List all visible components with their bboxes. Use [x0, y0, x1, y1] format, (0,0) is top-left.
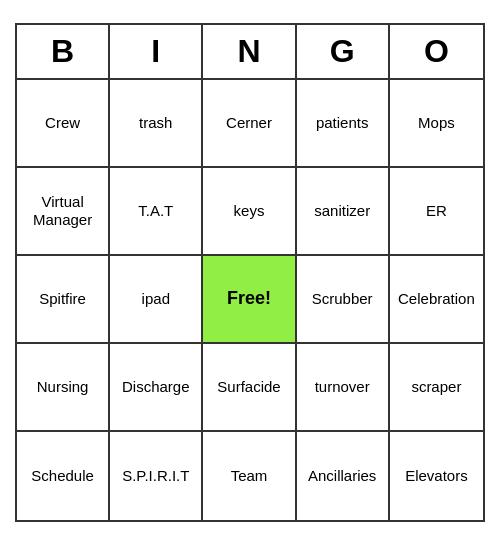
header-letter: O [390, 25, 483, 78]
cell-text: S.P.I.R.I.T [122, 467, 189, 485]
bingo-cell: keys [203, 168, 296, 256]
bingo-cell: Discharge [110, 344, 203, 432]
bingo-cell: Team [203, 432, 296, 520]
header-letter: B [17, 25, 110, 78]
bingo-cell: Cerner [203, 80, 296, 168]
cell-text: Elevators [405, 467, 468, 485]
bingo-card: BINGO CrewtrashCernerpatientsMopsVirtual… [15, 23, 485, 522]
bingo-cell: Scrubber [297, 256, 390, 344]
cell-text: Free! [227, 288, 271, 310]
bingo-cell: Schedule [17, 432, 110, 520]
cell-text: Surfacide [217, 378, 280, 396]
bingo-cell: ipad [110, 256, 203, 344]
cell-text: scraper [411, 378, 461, 396]
cell-text: ER [426, 202, 447, 220]
bingo-cell: ER [390, 168, 483, 256]
cell-text: Virtual Manager [21, 193, 104, 229]
bingo-cell: turnover [297, 344, 390, 432]
bingo-cell: Virtual Manager [17, 168, 110, 256]
cell-text: Cerner [226, 114, 272, 132]
bingo-header: BINGO [17, 25, 483, 80]
cell-text: Schedule [31, 467, 94, 485]
bingo-cell: Elevators [390, 432, 483, 520]
cell-text: ipad [142, 290, 170, 308]
cell-text: keys [234, 202, 265, 220]
bingo-cell: S.P.I.R.I.T [110, 432, 203, 520]
bingo-cell: T.A.T [110, 168, 203, 256]
cell-text: Discharge [122, 378, 190, 396]
cell-text: Spitfire [39, 290, 86, 308]
bingo-grid: CrewtrashCernerpatientsMopsVirtual Manag… [17, 80, 483, 520]
bingo-cell: Celebration [390, 256, 483, 344]
cell-text: trash [139, 114, 172, 132]
cell-text: Team [231, 467, 268, 485]
cell-text: patients [316, 114, 369, 132]
bingo-cell: trash [110, 80, 203, 168]
bingo-cell: sanitizer [297, 168, 390, 256]
cell-text: Celebration [398, 290, 475, 308]
free-space: Free! [203, 256, 296, 344]
cell-text: Scrubber [312, 290, 373, 308]
bingo-cell: Spitfire [17, 256, 110, 344]
cell-text: Ancillaries [308, 467, 376, 485]
bingo-cell: Crew [17, 80, 110, 168]
bingo-cell: patients [297, 80, 390, 168]
bingo-cell: Mops [390, 80, 483, 168]
bingo-cell: Nursing [17, 344, 110, 432]
cell-text: Mops [418, 114, 455, 132]
bingo-cell: Surfacide [203, 344, 296, 432]
header-letter: I [110, 25, 203, 78]
bingo-cell: Ancillaries [297, 432, 390, 520]
bingo-cell: scraper [390, 344, 483, 432]
cell-text: turnover [315, 378, 370, 396]
cell-text: sanitizer [314, 202, 370, 220]
header-letter: N [203, 25, 296, 78]
cell-text: T.A.T [138, 202, 173, 220]
cell-text: Nursing [37, 378, 89, 396]
cell-text: Crew [45, 114, 80, 132]
header-letter: G [297, 25, 390, 78]
